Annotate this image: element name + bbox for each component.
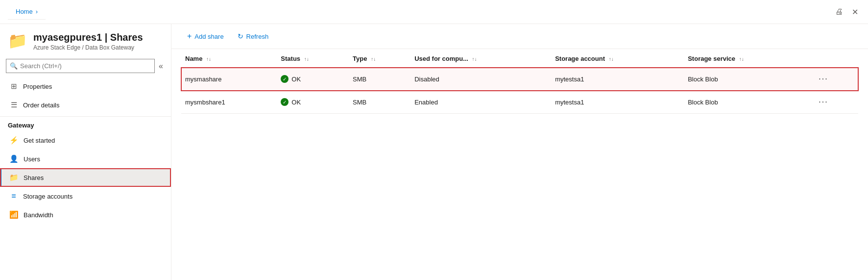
sidebar-item-storage-accounts[interactable]: ≡ Storage accounts <box>0 187 171 205</box>
users-icon: 👤 <box>9 154 19 163</box>
properties-icon: ⊞ <box>9 82 18 91</box>
get-started-icon: ⚡ <box>9 136 19 145</box>
cell-used-for-compute: Enabled <box>410 91 551 114</box>
page-title: myasegpures1 | Shares <box>33 32 143 43</box>
table-row[interactable]: mysmashare ✓ OK SMB Disabled mytestsa1 B… <box>181 68 858 91</box>
col-type[interactable]: Type ↑↓ <box>349 49 410 68</box>
order-details-icon: ☰ <box>9 101 18 109</box>
cell-name: mysmbshare1 <box>181 91 277 114</box>
sidebar-item-users[interactable]: 👤 Users <box>0 150 171 168</box>
print-icon: 🖨 <box>835 7 843 16</box>
more-actions-button[interactable]: ··· <box>816 97 831 107</box>
breadcrumb-home[interactable]: Home <box>16 8 33 15</box>
col-storage-service[interactable]: Storage service ↑↓ <box>684 49 812 68</box>
sidebar-scroll-area: ⊞ Properties ☰ Order details Gateway ⚡ G… <box>0 77 171 280</box>
breadcrumb: Home › <box>8 4 46 20</box>
col-storage-account[interactable]: Storage account ↑↓ <box>551 49 684 68</box>
cell-more-actions: ··· <box>812 91 858 114</box>
main-layout: 📁 myasegpures1 | Shares Azure Stack Edge… <box>0 24 868 280</box>
search-input[interactable] <box>6 59 155 73</box>
refresh-label: Refresh <box>246 33 269 40</box>
shares-table: Name ↑↓ Status ↑↓ Type ↑↓ Used for com <box>181 49 858 114</box>
cell-status: ✓ OK <box>277 91 349 114</box>
breadcrumb-separator: › <box>36 8 38 15</box>
sidebar-item-bandwidth[interactable]: 📶 Bandwidth <box>0 205 171 224</box>
cell-storage-service: Block Blob <box>684 91 812 114</box>
table-row[interactable]: mysmbshare1 ✓ OK SMB Enabled mytestsa1 B… <box>181 91 858 114</box>
sidebar-item-label: Storage accounts <box>23 193 72 200</box>
cell-used-for-compute: Disabled <box>410 68 551 91</box>
cell-more-actions: ··· <box>812 68 858 91</box>
sidebar-item-label: Get started <box>24 137 55 144</box>
table-header-row: Name ↑↓ Status ↑↓ Type ↑↓ Used for com <box>181 49 858 68</box>
col-name[interactable]: Name ↑↓ <box>181 49 277 68</box>
col-status[interactable]: Status ↑↓ <box>277 49 349 68</box>
status-ok-icon: ✓ <box>281 75 289 83</box>
cell-status: ✓ OK <box>277 68 349 91</box>
resource-subtitle: Azure Stack Edge / Data Box Gateway <box>33 44 143 51</box>
refresh-icon: ↻ <box>238 32 243 40</box>
sort-icon-storage-service: ↑↓ <box>739 56 744 62</box>
close-icon: ✕ <box>852 8 858 16</box>
status-label: OK <box>291 76 301 83</box>
storage-accounts-icon: ≡ <box>9 192 18 201</box>
cell-type: SMB <box>349 68 410 91</box>
sidebar-item-label: Users <box>24 155 40 163</box>
bandwidth-icon: 📶 <box>9 210 19 219</box>
nav-list: ⊞ Properties ☰ Order details Gateway ⚡ G… <box>0 77 171 224</box>
refresh-button[interactable]: ↻ Refresh <box>232 29 275 43</box>
more-actions-button[interactable]: ··· <box>816 74 831 84</box>
sidebar-item-label: Bandwidth <box>24 211 53 219</box>
status-label: OK <box>291 99 301 106</box>
search-container: 🔍 « <box>0 55 171 77</box>
sort-icon-type: ↑↓ <box>371 56 376 62</box>
add-icon: + <box>187 32 192 41</box>
cell-storage-account: mytestsa1 <box>551 68 684 91</box>
cell-type: SMB <box>349 91 410 114</box>
sidebar-item-order-details[interactable]: ☰ Order details <box>0 96 171 114</box>
cell-storage-service: Block Blob <box>684 68 812 91</box>
col-used-for-compute[interactable]: Used for compu... ↑↓ <box>410 49 551 68</box>
cell-storage-account: mytestsa1 <box>551 91 684 114</box>
shares-icon: 📁 <box>9 173 19 182</box>
sidebar-item-properties[interactable]: ⊞ Properties <box>0 77 171 96</box>
sort-icon-status: ↑↓ <box>304 56 309 62</box>
table-container: Name ↑↓ Status ↑↓ Type ↑↓ Used for com <box>171 49 868 280</box>
sort-icon-compute: ↑↓ <box>472 56 477 62</box>
sidebar-item-get-started[interactable]: ⚡ Get started <box>0 131 171 150</box>
sidebar-header: 📁 myasegpures1 | Shares Azure Stack Edge… <box>0 24 171 55</box>
print-button[interactable]: 🖨 <box>833 5 845 18</box>
sort-icon-storage-account: ↑↓ <box>609 56 614 62</box>
sidebar-item-label: Order details <box>23 102 59 109</box>
sidebar-item-label: Properties <box>23 83 52 90</box>
search-icon: 🔍 <box>10 62 18 70</box>
sidebar-title-block: myasegpures1 | Shares Azure Stack Edge /… <box>33 32 143 51</box>
toolbar: + Add share ↻ Refresh <box>171 24 868 49</box>
top-bar: Home › 🖨 ✕ <box>0 0 868 24</box>
sidebar-item-label: Shares <box>24 174 44 181</box>
close-button[interactable]: ✕ <box>850 5 860 19</box>
sidebar-item-shares[interactable]: 📁 Shares <box>0 168 171 187</box>
collapse-sidebar-button[interactable]: « <box>157 60 165 73</box>
gateway-section-label: Gateway <box>0 116 171 131</box>
resource-icon: 📁 <box>8 33 27 49</box>
status-ok-icon: ✓ <box>281 98 289 106</box>
add-share-button[interactable]: + Add share <box>181 29 230 44</box>
col-actions <box>812 49 858 68</box>
content-area: + Add share ↻ Refresh Name ↑↓ S <box>171 24 868 280</box>
sidebar: 📁 myasegpures1 | Shares Azure Stack Edge… <box>0 24 171 280</box>
add-share-label: Add share <box>194 33 223 40</box>
cell-name: mysmashare <box>181 68 277 91</box>
sort-icon-name: ↑↓ <box>206 56 211 62</box>
